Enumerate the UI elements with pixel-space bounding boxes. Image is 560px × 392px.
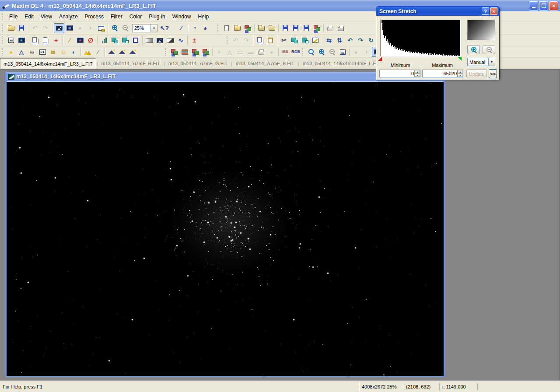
information-window-button[interactable]: ⊕: [64, 23, 75, 33]
toolbar-grip[interactable]: [227, 36, 229, 44]
menu-analyze[interactable]: Analyze: [56, 12, 81, 21]
flatten-3-button[interactable]: [127, 47, 138, 57]
convert-color-button[interactable]: [190, 47, 200, 57]
dome-1-button[interactable]: ◔: [189, 23, 200, 33]
close-button[interactable]: ×: [549, 1, 558, 10]
menu-view[interactable]: View: [37, 12, 56, 21]
dialog-title-bar[interactable]: Screen Stretch ? ×: [376, 7, 499, 16]
night-vision-2-button[interactable]: ●: [351, 47, 361, 57]
toolbar-grip[interactable]: [2, 36, 4, 44]
night-vision-button[interactable]: ●: [75, 23, 85, 33]
image-canvas[interactable]: [7, 81, 444, 375]
menu-help[interactable]: Help: [194, 12, 212, 21]
combine-color-button[interactable]: [169, 47, 179, 57]
maximum-spinner[interactable]: ▲▼: [457, 70, 463, 77]
menu-edit[interactable]: Edit: [21, 12, 37, 21]
redo-button[interactable]: ↷: [40, 23, 51, 33]
levels-button[interactable]: [144, 35, 154, 46]
pin-button[interactable]: +: [214, 47, 224, 57]
star-stamp-button[interactable]: ★: [16, 35, 27, 46]
toolbar-grip[interactable]: [165, 48, 167, 56]
star-box-button[interactable]: ★: [75, 35, 85, 46]
document-tab-0[interactable]: m13_050414_14i6x4mc14mF_LR3_L.FIT: [0, 58, 96, 69]
edit-pixels-button[interactable]: [310, 35, 321, 46]
mirror-button[interactable]: ⇅: [334, 35, 345, 46]
pixel-math-button[interactable]: ±: [189, 35, 200, 46]
context-help-button[interactable]: ↖?: [159, 23, 170, 33]
zoom-in-button[interactable]: [109, 23, 120, 33]
document-tab-4[interactable]: m13_050414_14i6x4mc14mF_L.FIT: [300, 58, 383, 69]
globe-button[interactable]: ◐: [69, 47, 79, 57]
brush-button[interactable]: ∕: [64, 35, 75, 46]
fits-header-button[interactable]: [337, 47, 348, 57]
print-button[interactable]: [336, 23, 346, 33]
resize-button[interactable]: [109, 35, 120, 46]
telescope-2-button[interactable]: +: [361, 47, 372, 57]
open-button[interactable]: [6, 23, 16, 33]
histogram-button[interactable]: [99, 35, 109, 46]
dialog-close-button[interactable]: ×: [490, 7, 497, 15]
blink-button[interactable]: [256, 47, 266, 57]
rotate-right-button[interactable]: ↷: [355, 35, 366, 46]
toolbar-grip[interactable]: [2, 48, 4, 56]
gamma-button[interactable]: [165, 35, 175, 46]
toolbar-grip[interactable]: [2, 24, 4, 32]
folder-up-button[interactable]: [256, 23, 266, 33]
scale-button[interactable]: △: [224, 47, 235, 57]
line-tool-button[interactable]: ∕: [176, 23, 186, 33]
align-button[interactable]: ≋: [48, 47, 58, 57]
print-preview-button[interactable]: [325, 23, 336, 33]
clone-button[interactable]: [289, 35, 300, 46]
glasses-button[interactable]: ∞: [27, 47, 37, 57]
dialog-help-button[interactable]: ?: [482, 7, 489, 15]
undo-button[interactable]: ↶: [30, 23, 40, 33]
restore-button[interactable]: [539, 1, 548, 10]
menu-color[interactable]: Color: [126, 12, 146, 21]
warning-pair-button[interactable]: [82, 47, 93, 57]
curves-button[interactable]: ∿: [175, 35, 186, 46]
zoom-dropdown-icon[interactable]: ▼: [150, 24, 157, 32]
combine-button[interactable]: ●: [266, 47, 277, 57]
smiley-button[interactable]: ☺: [58, 47, 69, 57]
menu-filter[interactable]: Filter: [107, 12, 126, 21]
open-sequence-button[interactable]: [242, 23, 253, 33]
save-sequence-button[interactable]: [312, 23, 322, 33]
rotate-left-button[interactable]: ↶: [345, 35, 355, 46]
document-tab-1[interactable]: m13_050414_7i7mF_R.FIT: [98, 58, 163, 69]
redo-2-button[interactable]: ↷: [241, 35, 252, 46]
dark-rect-button[interactable]: ▬: [245, 47, 256, 57]
telescope-control-button[interactable]: +: [85, 23, 96, 33]
image-statistics-button[interactable]: [30, 35, 40, 46]
zoom-out-2-button[interactable]: [327, 47, 337, 57]
menu-process[interactable]: Process: [81, 12, 107, 21]
screen-stretch-button[interactable]: [54, 23, 64, 33]
stretch-button[interactable]: [154, 35, 165, 46]
flip-button[interactable]: ⇆: [324, 35, 334, 46]
histogram-zoom-out-button[interactable]: [483, 45, 495, 54]
rgb-tool-button[interactable]: RGB: [290, 47, 301, 57]
animate-button[interactable]: 01: [37, 47, 48, 57]
maxpoint-button[interactable]: MX: [280, 47, 290, 57]
color-stack-button[interactable]: [179, 47, 190, 57]
camera-control-button[interactable]: [96, 23, 106, 33]
open-file-button[interactable]: [232, 23, 242, 33]
minimum-input[interactable]: [380, 70, 414, 77]
minimum-spinner[interactable]: ▲▼: [414, 70, 420, 77]
zoom-level-select[interactable]: 25%▼: [132, 24, 158, 32]
stretch-mode-select[interactable]: Manual ▼: [467, 58, 495, 66]
new-document-button[interactable]: [221, 23, 232, 33]
mosaic-button[interactable]: [300, 35, 310, 46]
expand-button[interactable]: >>: [489, 69, 497, 78]
slash-tool-button[interactable]: ∕: [93, 47, 103, 57]
magnify-button[interactable]: [306, 47, 316, 57]
zoom-out-button[interactable]: [120, 23, 130, 33]
max-slider[interactable]: [458, 57, 462, 61]
copy-image-button[interactable]: [40, 35, 51, 46]
histogram-zoom-in-button[interactable]: [467, 45, 480, 54]
crop-button[interactable]: ✂: [279, 35, 289, 46]
frame-button[interactable]: [130, 35, 141, 46]
stretch-mode-dropdown-icon[interactable]: ▼: [488, 58, 495, 66]
toolbar-grip[interactable]: [302, 48, 304, 56]
folder-camera-button[interactable]: [266, 23, 277, 33]
minimize-button[interactable]: [529, 1, 538, 10]
